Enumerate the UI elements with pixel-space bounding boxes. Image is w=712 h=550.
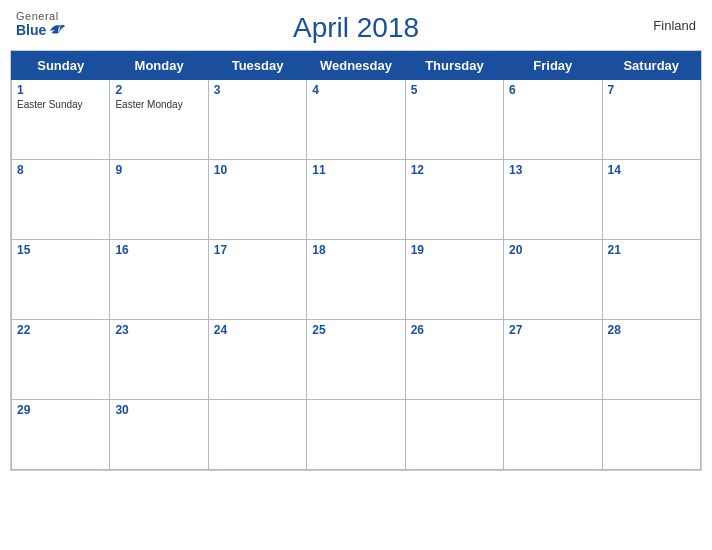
cell-week4-day7: 28 — [602, 320, 700, 400]
cell-week1-day6: 6 — [504, 80, 602, 160]
calendar-row-2: 891011121314 — [12, 160, 701, 240]
calendar-row-4: 22232425262728 — [12, 320, 701, 400]
cell-week3-day5: 19 — [405, 240, 503, 320]
day-number: 29 — [17, 403, 104, 417]
day-number: 12 — [411, 163, 498, 177]
calendar-row-5: 2930 — [12, 400, 701, 470]
day-number: 14 — [608, 163, 695, 177]
cell-week1-day3: 3 — [208, 80, 306, 160]
day-number: 9 — [115, 163, 202, 177]
calendar-table: Sunday Monday Tuesday Wednesday Thursday… — [11, 51, 701, 470]
cell-week3-day2: 16 — [110, 240, 208, 320]
cell-week5-day4 — [307, 400, 405, 470]
day-number: 10 — [214, 163, 301, 177]
day-number: 20 — [509, 243, 596, 257]
cell-week1-day7: 7 — [602, 80, 700, 160]
logo-bird-icon — [48, 22, 66, 38]
day-number: 3 — [214, 83, 301, 97]
cell-week3-day4: 18 — [307, 240, 405, 320]
header-wednesday: Wednesday — [307, 52, 405, 80]
cell-week4-day1: 22 — [12, 320, 110, 400]
day-number: 2 — [115, 83, 202, 97]
logo-blue-text: Blue — [16, 22, 66, 38]
day-number: 15 — [17, 243, 104, 257]
cell-week2-day6: 13 — [504, 160, 602, 240]
page-title: April 2018 — [293, 12, 419, 44]
cell-week2-day1: 8 — [12, 160, 110, 240]
day-number: 5 — [411, 83, 498, 97]
logo: General Blue — [16, 10, 66, 38]
cell-week4-day5: 26 — [405, 320, 503, 400]
day-number: 22 — [17, 323, 104, 337]
cell-week3-day7: 21 — [602, 240, 700, 320]
day-number: 8 — [17, 163, 104, 177]
header-tuesday: Tuesday — [208, 52, 306, 80]
cell-week2-day5: 12 — [405, 160, 503, 240]
day-number: 28 — [608, 323, 695, 337]
cell-week2-day2: 9 — [110, 160, 208, 240]
cell-week2-day4: 11 — [307, 160, 405, 240]
holiday-label: Easter Monday — [115, 99, 202, 110]
cell-week4-day6: 27 — [504, 320, 602, 400]
calendar: Sunday Monday Tuesday Wednesday Thursday… — [10, 50, 702, 471]
day-headers-row: Sunday Monday Tuesday Wednesday Thursday… — [12, 52, 701, 80]
day-number: 17 — [214, 243, 301, 257]
day-number: 25 — [312, 323, 399, 337]
cell-week3-day1: 15 — [12, 240, 110, 320]
cell-week5-day7 — [602, 400, 700, 470]
header-friday: Friday — [504, 52, 602, 80]
logo-general-text: General — [16, 10, 59, 22]
cell-week4-day4: 25 — [307, 320, 405, 400]
day-number: 27 — [509, 323, 596, 337]
day-number: 19 — [411, 243, 498, 257]
day-number: 30 — [115, 403, 202, 417]
day-number: 23 — [115, 323, 202, 337]
header-thursday: Thursday — [405, 52, 503, 80]
day-number: 18 — [312, 243, 399, 257]
cell-week2-day3: 10 — [208, 160, 306, 240]
day-number: 4 — [312, 83, 399, 97]
cell-week3-day3: 17 — [208, 240, 306, 320]
header-saturday: Saturday — [602, 52, 700, 80]
cell-week1-day5: 5 — [405, 80, 503, 160]
day-number: 7 — [608, 83, 695, 97]
cell-week5-day5 — [405, 400, 503, 470]
cell-week4-day2: 23 — [110, 320, 208, 400]
cell-week5-day2: 30 — [110, 400, 208, 470]
day-number: 1 — [17, 83, 104, 97]
cell-week2-day7: 14 — [602, 160, 700, 240]
cell-week5-day1: 29 — [12, 400, 110, 470]
cell-week3-day6: 20 — [504, 240, 602, 320]
header-monday: Monday — [110, 52, 208, 80]
cell-week4-day3: 24 — [208, 320, 306, 400]
cell-week1-day2: 2Easter Monday — [110, 80, 208, 160]
cell-week5-day3 — [208, 400, 306, 470]
day-number: 21 — [608, 243, 695, 257]
header-sunday: Sunday — [12, 52, 110, 80]
country-label: Finland — [653, 18, 696, 33]
calendar-row-1: 1Easter Sunday2Easter Monday34567 — [12, 80, 701, 160]
day-number: 16 — [115, 243, 202, 257]
day-number: 26 — [411, 323, 498, 337]
cell-week1-day4: 4 — [307, 80, 405, 160]
holiday-label: Easter Sunday — [17, 99, 104, 110]
day-number: 13 — [509, 163, 596, 177]
day-number: 6 — [509, 83, 596, 97]
cell-week5-day6 — [504, 400, 602, 470]
calendar-row-3: 15161718192021 — [12, 240, 701, 320]
day-number: 24 — [214, 323, 301, 337]
calendar-header: General Blue April 2018 Finland — [0, 0, 712, 50]
cell-week1-day1: 1Easter Sunday — [12, 80, 110, 160]
day-number: 11 — [312, 163, 399, 177]
